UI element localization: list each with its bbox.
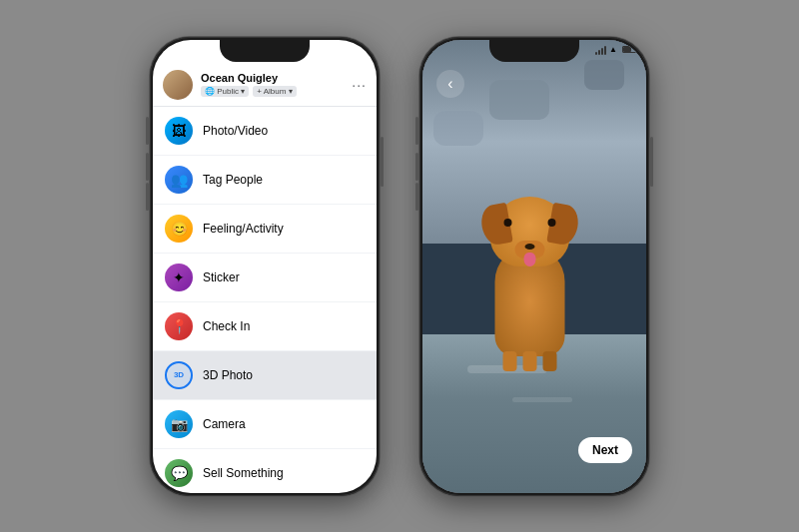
wifi-icon: ▲	[609, 45, 617, 54]
menu-list: 🖼 Photo/Video 👥 Tag People 😊 Feeling/Act…	[153, 107, 377, 493]
photo-video-label: Photo/Video	[203, 124, 268, 138]
status-indicators: ▲	[595, 45, 636, 55]
photo-video-icon: 🖼	[165, 117, 193, 145]
menu-item-feeling[interactable]: 😊 Feeling/Activity	[153, 205, 377, 254]
more-options[interactable]: ···	[352, 77, 367, 93]
battery-icon	[622, 46, 636, 53]
badge-row: 🌐 Public ▾ + Album ▾	[201, 86, 344, 97]
dog-head	[490, 197, 570, 266]
notch-right	[489, 40, 579, 62]
3dphoto-label: 3D Photo	[203, 368, 253, 382]
post-header: Ocean Quigley 🌐 Public ▾ + Album ▾ ···	[153, 62, 377, 107]
photo-topbar: ‹	[422, 62, 646, 106]
next-button[interactable]: Next	[578, 437, 632, 463]
menu-item-sticker[interactable]: ✦ Sticker	[153, 254, 377, 302]
menu-item-sell[interactable]: 💬 Sell Something	[153, 449, 377, 493]
feeling-label: Feeling/Activity	[203, 222, 284, 236]
checkin-icon: 📍	[165, 312, 193, 340]
phone-right: ▲	[419, 37, 649, 496]
menu-item-tag-people[interactable]: 👥 Tag People	[153, 156, 377, 205]
username: Ocean Quigley	[201, 72, 344, 84]
feeling-icon: 😊	[165, 215, 193, 243]
camera-label: Camera	[203, 417, 246, 431]
sticker-icon: ✦	[165, 264, 193, 291]
checkin-label: Check In	[203, 319, 250, 333]
phone-left: Ocean Quigley 🌐 Public ▾ + Album ▾ ··· 🖼…	[150, 37, 380, 496]
public-badge[interactable]: 🌐 Public ▾	[201, 86, 249, 97]
dog-snout	[515, 241, 545, 259]
menu-item-camera[interactable]: 📷 Camera	[153, 400, 377, 449]
dog-eye-right	[548, 219, 556, 227]
menu-item-3dphoto[interactable]: 3D 3D Photo	[153, 351, 377, 400]
menu-item-photo-video[interactable]: 🖼 Photo/Video	[153, 107, 377, 156]
camera-icon: 📷	[165, 410, 193, 438]
notch	[220, 40, 310, 62]
back-chevron-icon: ‹	[447, 76, 452, 92]
dog-tongue	[524, 253, 536, 266]
signal-icon	[595, 45, 606, 55]
dog-illustration	[485, 197, 575, 356]
menu-item-checkin[interactable]: 📍 Check In	[153, 302, 377, 351]
3dphoto-icon: 3D	[165, 361, 193, 389]
sticker-label: Sticker	[203, 270, 240, 284]
avatar	[163, 70, 193, 100]
dog-nose	[525, 244, 535, 250]
user-info: Ocean Quigley 🌐 Public ▾ + Album ▾	[201, 72, 344, 97]
album-badge[interactable]: + Album ▾	[253, 86, 296, 97]
back-button[interactable]: ‹	[436, 70, 464, 98]
tag-people-icon: 👥	[165, 166, 193, 194]
sell-label: Sell Something	[203, 466, 284, 480]
sell-icon: 💬	[165, 459, 193, 487]
tag-people-label: Tag People	[203, 173, 263, 187]
dog-photo-screen: ‹ Next	[422, 40, 646, 493]
facebook-screen: Ocean Quigley 🌐 Public ▾ + Album ▾ ··· 🖼…	[153, 40, 377, 493]
dog-eye-left	[504, 219, 512, 227]
